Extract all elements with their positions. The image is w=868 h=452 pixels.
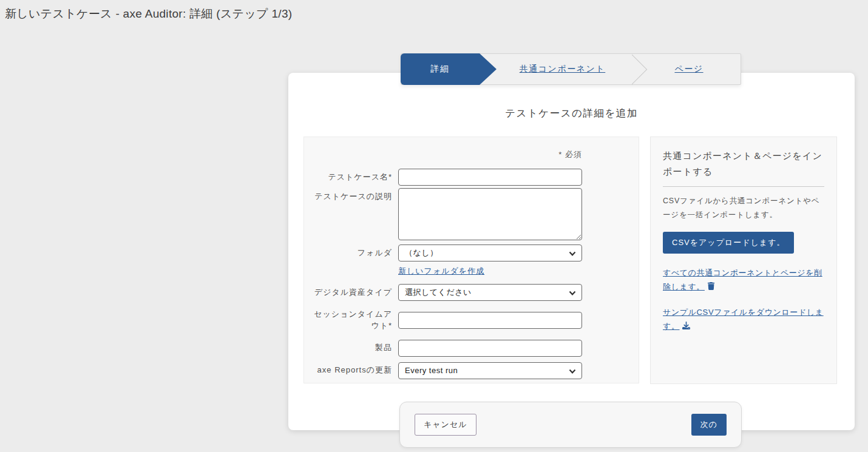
import-panel-heading: 共通コンポーネント＆ページをインポートする	[663, 148, 824, 180]
axe-reports-value: Every test run	[405, 366, 458, 375]
download-icon	[682, 322, 690, 329]
step-common-components-zone: 共通コンポーネント	[498, 54, 627, 84]
trash-icon	[707, 282, 715, 290]
form-row-folder: フォルダ （なし）	[310, 245, 582, 261]
next-button[interactable]: 次の	[691, 414, 727, 436]
upload-csv-button[interactable]: CSVをアップロードします。	[663, 232, 794, 254]
session-timeout-label: セッションタイムアウト*	[310, 309, 398, 332]
form-row-session-timeout: セッションタイムアウト*	[310, 309, 582, 332]
test-case-name-label: テストケース名*	[310, 172, 398, 183]
form-row-product: 製品	[310, 340, 582, 357]
description-label: テストケースの説明	[310, 188, 398, 203]
import-panel: 共通コンポーネント＆ページをインポートする CSVファイルから共通コンポーネント…	[650, 137, 837, 384]
chevron-down-icon	[569, 291, 576, 295]
step-details-label: 詳細	[431, 64, 450, 75]
axe-reports-select[interactable]: Every test run	[398, 362, 582, 379]
digital-asset-type-select[interactable]: 選択してください	[398, 284, 582, 301]
digital-asset-type-label: デジタル資産タイプ	[310, 287, 398, 299]
session-timeout-input[interactable]	[398, 312, 582, 329]
step-details-active: 詳細	[401, 53, 480, 85]
folder-select[interactable]: （なし）	[398, 245, 582, 261]
form-row-digital-asset-type: デジタル資産タイプ 選択してください	[310, 284, 582, 301]
step-wizard-bar: 詳細 共通コンポーネント ページ	[401, 53, 741, 85]
digital-asset-type-value: 選択してください	[405, 287, 472, 298]
product-input[interactable]	[398, 340, 582, 357]
step-common-components-link[interactable]: 共通コンポーネント	[520, 64, 605, 75]
test-case-name-input[interactable]	[398, 169, 582, 186]
cancel-button[interactable]: キャンセル	[415, 414, 476, 436]
axe-reports-label: axe Reportsの更新	[310, 365, 398, 376]
form-row-create-folder: 新しいフォルダを作成	[310, 265, 582, 277]
import-panel-divider	[663, 186, 824, 187]
page-title: 新しいテストケース - axe Auditor: 詳細 (ステップ 1/3)	[5, 6, 292, 22]
step-pages-link[interactable]: ページ	[674, 64, 703, 75]
create-folder-link[interactable]: 新しいフォルダを作成	[398, 266, 484, 275]
folder-select-value: （なし）	[405, 248, 438, 258]
import-panel-description: CSVファイルから共通コンポーネントやページを一括インポートします。	[663, 194, 824, 222]
footer-action-bar: キャンセル 次の	[399, 402, 742, 448]
description-textarea[interactable]	[398, 188, 582, 240]
delete-all-link[interactable]: すべての共通コンポーネントとページを削除します。	[663, 266, 824, 294]
test-case-form-panel: * 必須 テストケース名* テストケースの説明 フォルダ （なし） 新しいフォル…	[303, 137, 639, 383]
download-sample-link[interactable]: サンプルCSVファイルをダウンロードします。	[663, 305, 824, 334]
delete-all-link-text: すべての共通コンポーネントとページを削除します。	[663, 268, 822, 291]
form-row-description: テストケースの説明	[310, 188, 582, 240]
form-heading: テストケースの詳細を追加	[288, 107, 855, 120]
chevron-down-icon	[569, 251, 576, 256]
folder-label: フォルダ	[310, 248, 398, 259]
chevron-down-icon	[569, 369, 576, 374]
product-label: 製品	[310, 342, 398, 354]
form-row-test-case-name: テストケース名*	[310, 169, 582, 186]
step-pages-zone: ページ	[637, 54, 741, 84]
form-row-axe-reports: axe Reportsの更新 Every test run	[310, 362, 582, 379]
required-note: * 必須	[310, 149, 582, 160]
